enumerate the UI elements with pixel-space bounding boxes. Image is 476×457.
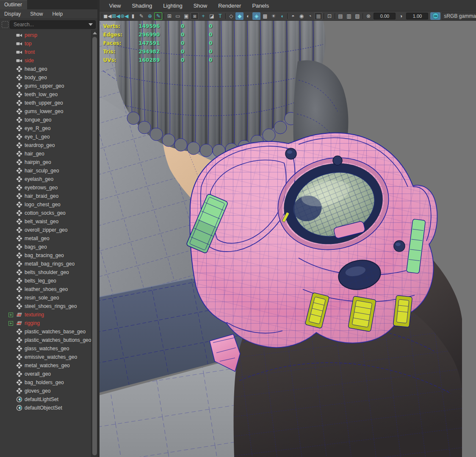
outliner-item-tongue_geo[interactable]: + tongue_geo xyxy=(0,116,91,124)
outliner-item-gums_upper_geo[interactable]: + gums_upper_geo xyxy=(0,82,91,90)
outliner-item-teeth_upper_geo[interactable]: + teeth_upper_geo xyxy=(0,99,91,107)
checker-texture-icon[interactable]: ▩ xyxy=(261,12,269,20)
expand-plus-icon[interactable]: + xyxy=(8,321,13,326)
outliner-item-belt_waist_geo[interactable]: + belt_waist_geo xyxy=(0,217,91,226)
outliner-item-side[interactable]: + side xyxy=(0,56,91,65)
outliner-menu-item[interactable]: Help xyxy=(52,11,63,17)
wireframe-cube-icon[interactable]: ◇ xyxy=(227,12,235,20)
outliner-item-eyelash_geo[interactable]: + eyelash_geo xyxy=(0,175,91,183)
camera-attributes-icon[interactable]: ⊛◀ xyxy=(120,12,128,20)
search-dropdown-caret-icon[interactable] xyxy=(89,23,93,26)
xray-icon[interactable]: ▨ xyxy=(353,12,361,20)
scrollbar-thumb[interactable] xyxy=(92,37,97,455)
outliner-item-gums_lower_geo[interactable]: + gums_lower_geo xyxy=(0,107,91,116)
outliner-item-plastic_watches_buttons_geo[interactable]: + plastic_watches_buttons_geo xyxy=(0,336,91,344)
grease-pencil-icon[interactable]: ✎ xyxy=(137,12,145,20)
multisample-icon[interactable]: ▦ xyxy=(314,12,322,20)
outliner-item-body_geo[interactable]: + body_geo xyxy=(0,73,91,82)
gamma-toggle[interactable]: ON xyxy=(430,12,440,20)
active-pencil-tool-icon[interactable]: ✎ xyxy=(154,12,162,20)
contrast-field[interactable]: 1.00 xyxy=(406,13,428,19)
outliner-item-plastic_watches_base_geo[interactable]: + plastic_watches_base_geo xyxy=(0,327,91,336)
outliner-item-cotton_socks_geo[interactable]: + cotton_socks_geo xyxy=(0,209,91,217)
outliner-item-emissive_watches_geo[interactable]: + emissive_watches_geo xyxy=(0,353,91,361)
outliner-item-hair_geo[interactable]: + hair_geo xyxy=(0,150,91,158)
expand-plus-icon[interactable]: + xyxy=(8,313,13,317)
outliner-item-metall_bag_rings_geo[interactable]: + metall_bag_rings_geo xyxy=(0,260,91,268)
outliner-scrollbar[interactable] xyxy=(91,30,97,457)
image-plane-icon[interactable]: ◪ xyxy=(208,12,216,20)
outliner-item-bag_bracing_geo[interactable]: + bag_bracing_geo xyxy=(0,251,91,260)
ambient-occlusion-icon[interactable]: ◓ xyxy=(289,12,297,20)
outliner-item-bag_holders_geo[interactable]: + bag_holders_geo xyxy=(0,378,91,387)
outliner-item-hair_sculp_geo[interactable]: + hair_sculp_geo xyxy=(0,166,91,175)
gate-mask-icon[interactable]: ◙ xyxy=(191,12,199,20)
lights-icon[interactable]: ☀ xyxy=(269,12,277,20)
camera-icon[interactable]: ◼◀ xyxy=(103,12,111,20)
outliner-item-defaultLightSet[interactable]: + defaultLightSet xyxy=(0,395,91,404)
outliner-item-texturing[interactable]: + texturing xyxy=(0,310,91,319)
select-filter-icon[interactable] xyxy=(2,21,8,28)
outliner-item-bags_geo[interactable]: + bags_geo xyxy=(0,243,91,251)
outliner-item-belts_leg_geo[interactable]: + belts_leg_geo xyxy=(0,277,91,285)
outliner-item-front[interactable]: + front xyxy=(0,48,91,56)
viewport-menu-item[interactable]: Panels xyxy=(252,3,269,9)
outliner-item-steel_shoes_rings_geo[interactable]: + steel_shoes_rings_geo xyxy=(0,302,91,310)
outliner-item-hair_braid_geo[interactable]: + hair_braid_geo xyxy=(0,192,91,200)
exposure-field[interactable]: 0.00 xyxy=(374,13,396,19)
outliner-menu-item[interactable]: Show xyxy=(30,11,43,17)
viewport-scene[interactable]: Verts: 149596 0 0 Edges: 296990 0 0 Face… xyxy=(100,21,476,457)
lock-camera-icon[interactable]: ⊠◀ xyxy=(112,12,120,20)
viewport-menu-item[interactable]: Lighting xyxy=(163,3,183,9)
wireframe-on-shaded-icon[interactable]: ◈ xyxy=(252,12,260,20)
outliner-item-teardrop_geo[interactable]: + teardrop_geo xyxy=(0,141,91,150)
film-gate-icon[interactable]: ▭ xyxy=(174,12,182,20)
resolution-gate-icon[interactable]: ▣ xyxy=(182,12,190,20)
outliner-item-overall_geo[interactable]: + overall_geo xyxy=(0,370,91,378)
outliner-item-persp[interactable]: + persp xyxy=(0,31,91,39)
outliner-item-belts_shoulder_geo[interactable]: + belts_shoulder_geo xyxy=(0,268,91,277)
contrast-icon[interactable]: ◑ xyxy=(397,12,405,20)
shadows-icon[interactable]: ◖ xyxy=(278,12,286,20)
outliner-item-glass_watches_geo[interactable]: + glass_watches_geo xyxy=(0,344,91,353)
scroll-up-arrow-icon[interactable] xyxy=(92,31,97,35)
outliner-item-leather_shoes_geo[interactable]: + leather_shoes_geo xyxy=(0,285,91,294)
outliner-item-resin_sole_geo[interactable]: + resin_sole_geo xyxy=(0,294,91,302)
outliner-item-metal_watches_geo[interactable]: + metal_watches_geo xyxy=(0,361,91,370)
exposure-icon[interactable]: ⊗ xyxy=(364,12,372,20)
snapshot-a-icon[interactable]: ▤ xyxy=(336,12,344,20)
outliner-item-gloves_geo[interactable]: + gloves_geo xyxy=(0,387,91,395)
outliner-item-eye_L_geo[interactable]: + eye_L_geo xyxy=(0,133,91,141)
safe-title-icon[interactable]: T xyxy=(216,12,224,20)
outliner-item-top[interactable]: + top xyxy=(0,39,91,48)
snapshot-b-icon[interactable]: ▥ xyxy=(345,12,353,20)
outliner-menubar: DisplayShowHelp xyxy=(0,9,97,19)
outliner-item-hairpin_geo[interactable]: + hairpin_geo xyxy=(0,158,91,166)
shaded-cube-icon[interactable]: ◆ xyxy=(235,12,244,20)
outliner-item-defaultObjectSet[interactable]: + defaultObjectSet xyxy=(0,404,91,412)
outliner-item-overoll_zipper_geo[interactable]: + overoll_zipper_geo xyxy=(0,226,91,234)
bookmark-icon[interactable]: ▮ xyxy=(129,12,137,20)
motion-blur-icon[interactable]: ◉ xyxy=(297,12,305,20)
outliner-menu-item[interactable]: Display xyxy=(4,11,21,17)
outliner-item-metall_geo[interactable]: + metall_geo xyxy=(0,234,91,243)
camera-aperture-icon[interactable]: ◔ xyxy=(306,12,314,20)
viewport-menu-item[interactable]: Renderer xyxy=(218,3,241,9)
outliner-tab[interactable]: Outliner xyxy=(0,0,27,9)
viewport-menu-item[interactable]: Shading xyxy=(132,3,152,9)
outliner-item-eye_R_geo[interactable]: + eye_R_geo xyxy=(0,124,91,133)
outliner-item-eyebrows_geo[interactable]: + eyebrows_geo xyxy=(0,183,91,192)
outliner-item-rigging[interactable]: + rigging xyxy=(0,319,91,327)
textured-icon[interactable]: ◐ xyxy=(244,12,252,20)
pan-zoom-tool-icon[interactable]: ⊕ xyxy=(146,12,154,20)
outliner-item-teeth_low_geo[interactable]: + teeth_low_geo xyxy=(0,90,91,99)
outliner-item-head_geo[interactable]: + head_geo xyxy=(0,65,91,73)
grid-icon[interactable]: ⊞ xyxy=(165,12,173,20)
viewport-menu-item[interactable]: Show xyxy=(194,3,208,9)
search-input[interactable] xyxy=(13,21,87,28)
isolate-select-icon[interactable]: ⊡ xyxy=(325,12,333,20)
field-chart-icon[interactable]: + xyxy=(199,12,207,20)
viewport-menu-item[interactable]: View xyxy=(109,3,121,9)
colorspace-dropdown[interactable]: sRGB gamma (le xyxy=(442,12,476,20)
outliner-item-logo_chest_geo[interactable]: + logo_chest_geo xyxy=(0,200,91,209)
